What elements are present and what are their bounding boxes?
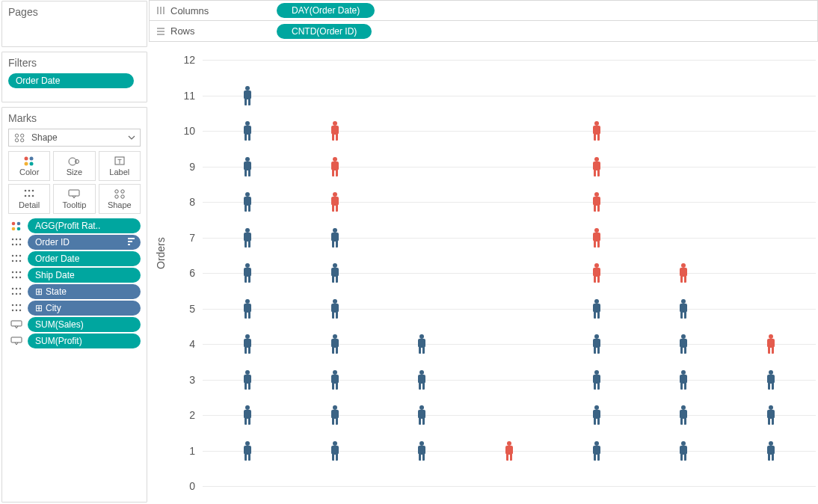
data-point-person[interactable]	[241, 298, 254, 319]
mark-pill-row[interactable]: SUM(Profit)	[8, 334, 141, 348]
mark-pill-row[interactable]: Order Date	[8, 251, 141, 266]
data-point-person[interactable]	[241, 334, 254, 354]
data-point-person[interactable]	[328, 191, 342, 212]
data-point-person[interactable]	[677, 405, 690, 425]
tooltip-icon	[8, 319, 25, 330]
filter-pill-order-date[interactable]: Order Date	[8, 73, 134, 88]
gridline	[203, 415, 816, 416]
marks-tooltip-button[interactable]: Tooltip	[53, 184, 95, 214]
rows-pill[interactable]: CNTD(Order ID)	[277, 24, 372, 39]
svg-point-111	[594, 121, 599, 126]
svg-point-69	[245, 405, 250, 410]
data-point-person[interactable]	[764, 334, 778, 354]
data-point-person[interactable]	[328, 405, 342, 425]
mark-pill[interactable]: Ship Date	[28, 268, 141, 283]
marks-type-select[interactable]: Shape	[8, 129, 141, 147]
data-point-person[interactable]	[328, 334, 342, 354]
svg-point-94	[594, 299, 599, 304]
data-point-person[interactable]	[241, 156, 254, 177]
columns-shelf[interactable]: Columns DAY(Order Date)	[149, 0, 818, 21]
svg-point-81	[333, 370, 337, 375]
data-point-person[interactable]	[241, 369, 254, 390]
gridline	[203, 380, 816, 381]
data-point-person[interactable]	[328, 156, 342, 177]
marks-shape-button[interactable]: Shape	[99, 184, 141, 214]
marks-size-button[interactable]: Size	[53, 151, 95, 181]
mark-pill-row[interactable]: ⊞State	[8, 284, 141, 299]
svg-point-32	[19, 244, 21, 245]
marks-detail-button[interactable]: Detail	[8, 184, 50, 214]
mark-pill-row[interactable]: SUM(Sales)	[8, 317, 141, 332]
gridline	[203, 96, 816, 96]
mark-pill-row[interactable]: AGG(Profit Rat..	[8, 218, 141, 233]
data-point-person[interactable]	[764, 369, 778, 390]
mark-pill[interactable]: Order ID	[28, 235, 141, 250]
gridline	[203, 167, 816, 168]
data-point-person[interactable]	[590, 191, 603, 212]
mark-pill[interactable]: ⊞City	[28, 301, 141, 316]
data-point-person[interactable]	[590, 405, 603, 425]
data-point-person[interactable]	[415, 440, 428, 461]
data-point-person[interactable]	[590, 298, 603, 319]
svg-point-22	[121, 195, 124, 198]
data-point-person[interactable]	[677, 334, 690, 354]
svg-point-15	[25, 195, 27, 197]
svg-point-37	[16, 255, 17, 256]
svg-point-72	[245, 299, 250, 304]
marks-label-button[interactable]: T Label	[99, 151, 141, 181]
rows-shelf[interactable]: Rows CNTD(Order ID)	[149, 21, 818, 42]
svg-point-74	[245, 228, 250, 233]
data-point-person[interactable]	[328, 369, 342, 390]
rows-label: Rows	[170, 25, 195, 37]
mark-pill[interactable]: AGG(Profit Rat..	[28, 218, 141, 233]
data-point-person[interactable]	[241, 85, 254, 106]
data-point-person[interactable]	[502, 440, 516, 461]
data-point-person[interactable]	[241, 227, 254, 248]
svg-point-112	[681, 263, 686, 268]
data-point-person[interactable]	[328, 120, 342, 141]
data-point-person[interactable]	[328, 440, 342, 461]
data-point-person[interactable]	[590, 120, 603, 141]
data-point-person[interactable]	[328, 262, 342, 283]
data-point-person[interactable]	[415, 405, 428, 425]
data-point-person[interactable]	[764, 405, 778, 425]
data-point-person[interactable]	[328, 227, 342, 248]
data-point-person[interactable]	[590, 156, 603, 177]
data-point-person[interactable]	[677, 298, 690, 319]
data-point-person[interactable]	[677, 369, 690, 390]
pages-shelf[interactable]: Pages	[1, 1, 147, 47]
svg-point-1	[21, 134, 24, 137]
data-point-person[interactable]	[764, 440, 778, 461]
data-point-person[interactable]	[590, 262, 603, 283]
data-point-person[interactable]	[241, 191, 254, 212]
data-point-person[interactable]	[677, 440, 690, 461]
y-axis-label: Orders	[155, 237, 167, 269]
y-tick: 8	[189, 196, 203, 208]
mark-pill[interactable]: Order Date	[28, 251, 141, 266]
data-point-person[interactable]	[415, 369, 428, 390]
data-point-person[interactable]	[241, 405, 254, 425]
data-point-person[interactable]	[590, 440, 603, 461]
marks-color-button[interactable]: Color	[8, 151, 50, 181]
data-point-person[interactable]	[415, 334, 428, 354]
mark-pill-row[interactable]: Order ID	[8, 235, 141, 250]
filters-shelf[interactable]: Filters Order Date	[1, 52, 147, 102]
data-point-person[interactable]	[590, 369, 603, 390]
svg-point-12	[25, 190, 27, 192]
mark-pill-row[interactable]: Ship Date	[8, 268, 141, 283]
mark-pill-row[interactable]: ⊞City	[8, 301, 141, 316]
mark-pill[interactable]: ⊞State	[28, 284, 141, 299]
data-point-person[interactable]	[328, 298, 342, 319]
svg-point-89	[419, 334, 424, 339]
columns-pill[interactable]: DAY(Order Date)	[277, 3, 375, 18]
mark-pill[interactable]: SUM(Profit)	[28, 334, 141, 348]
data-point-person[interactable]	[241, 262, 254, 283]
data-point-person[interactable]	[241, 120, 254, 141]
mark-pill[interactable]: SUM(Sales)	[28, 317, 141, 332]
data-point-person[interactable]	[590, 227, 603, 248]
data-point-person[interactable]	[677, 262, 690, 283]
data-point-person[interactable]	[241, 440, 254, 461]
svg-point-13	[28, 190, 31, 192]
gridline	[203, 344, 816, 345]
data-point-person[interactable]	[590, 334, 603, 354]
